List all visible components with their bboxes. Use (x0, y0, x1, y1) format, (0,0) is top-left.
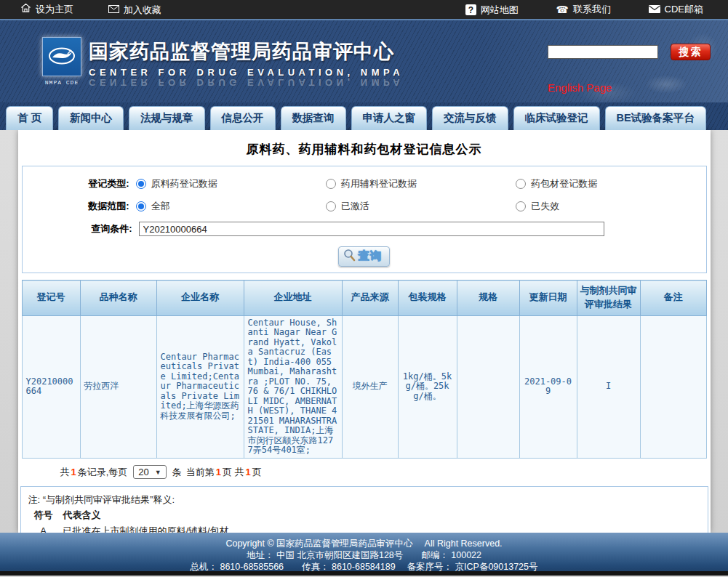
total-pages-number: 1 (246, 467, 251, 477)
radio-option-all[interactable]: 全部 (136, 200, 326, 213)
logo-bird-icon (42, 37, 81, 76)
footer-address: 地址： 中国 北京市朝阳区建国路128号 邮编： 100022 (0, 549, 728, 561)
nav-tab-feedback[interactable]: 交流与反馈 (432, 106, 508, 130)
cell-reg-number: Y20210000664 (22, 315, 80, 458)
nav-tab-info-disclosure[interactable]: 信息公开 (210, 106, 276, 130)
col-header-spec: 规格 (457, 281, 519, 316)
pagination-bar: 共 1 条记录,每页 20 ▼ 条 当前第 1 页 共 1 页 (60, 464, 711, 481)
query-button-row: 查询 (23, 246, 706, 265)
page-suffix-text: 页 (252, 466, 262, 479)
table-header-row: 登记号 品种名称 企业名称 企业地址 产品来源 包装规格 规格 更新日期 与制剂… (22, 281, 706, 316)
magnifier-icon (343, 249, 356, 264)
nmpa-cde-logo: NMPA CDE (41, 37, 83, 86)
envelope-outline-icon (108, 4, 119, 15)
query-condition-row: 查询条件: (23, 221, 706, 237)
cell-remarks (640, 315, 706, 458)
site-map-label: 网站地图 (481, 4, 519, 17)
top-utility-bar: 设为主页 加入收藏 ? 网站地图 ☎ 联系我们 CDE邮 (0, 0, 728, 20)
col-header-remarks: 备注 (640, 281, 706, 316)
current-page-prefix: 当前第 (186, 466, 215, 479)
radio-label: 药包材登记数据 (531, 177, 597, 190)
add-favorite-link[interactable]: 加入收藏 (108, 4, 161, 17)
site-title-english: CENTER FOR DRUG EVALUATION, NMPA (89, 67, 404, 78)
site-title-english-reflection: CENTER FOR DRUG EVALUATION, NMPA (89, 77, 404, 88)
legend-notes-box: 注: “与制剂共同审评审批结果”释义: 符号 代表含义 A 已批准在上市制剂使用… (20, 486, 708, 533)
query-button[interactable]: 查询 (338, 246, 390, 267)
col-header-product-source: 产品来源 (342, 281, 398, 316)
cell-update-date: 2021-09-09 (519, 315, 577, 458)
radio-label: 已激活 (341, 200, 369, 213)
page-size-value: 20 (138, 467, 148, 477)
col-header-company-address: 企业地址 (244, 281, 342, 316)
query-button-label: 查询 (359, 249, 382, 263)
page-size-select[interactable]: 20 ▼ (133, 465, 166, 479)
nav-tab-home[interactable]: 首 页 (6, 106, 53, 130)
footer-bottom-bar (0, 571, 728, 576)
topbar-right: ? 网站地图 ☎ 联系我们 CDE邮箱 (431, 3, 703, 17)
content-panel: 原料药、药用辅料和药包材登记信息公示 登记类型: 原料药登记数据 药用辅料登记数… (18, 130, 711, 533)
site-footer: Copyright © 国家药品监督管理局药品审评中心 All Right Re… (0, 533, 728, 576)
nav-tab-be-trial-platform[interactable]: BE试验备案平台 (605, 106, 706, 130)
cell-packaging-spec: 1kg/桶。5kg/桶。25kg/桶。 (398, 315, 457, 458)
cde-mail-link[interactable]: CDE邮箱 (649, 3, 703, 16)
topbar-left: 设为主页 加入收藏 (20, 3, 193, 17)
results-table: 登记号 品种名称 企业名称 企业地址 产品来源 包装规格 规格 更新日期 与制剂… (22, 280, 707, 459)
record-count: 1 (71, 467, 76, 477)
main-nav: 首 页 新闻中心 法规与规章 信息公开 数据查询 申请人之窗 交流与反馈 临床试… (0, 102, 728, 130)
col-header-joint-review-result: 与制剂共同审 评审批结果 (577, 281, 640, 316)
query-condition-input[interactable] (139, 222, 604, 236)
contact-us-link[interactable]: ☎ 联系我们 (556, 3, 610, 16)
cell-spec (457, 315, 519, 458)
radio-icon[interactable] (326, 179, 336, 189)
registration-type-row: 登记类型: 原料药登记数据 药用辅料登记数据 药包材登记数据 (23, 176, 706, 192)
question-mark-icon: ? (465, 4, 476, 15)
data-scope-label: 数据范围: (23, 200, 136, 213)
site-search-button[interactable]: 搜索 (671, 44, 711, 60)
radio-label: 全部 (151, 200, 170, 213)
set-home-link[interactable]: 设为主页 (20, 3, 73, 16)
english-page-link[interactable]: English Page (548, 81, 612, 94)
nav-tab-applicant-window[interactable]: 申请人之窗 (351, 106, 428, 130)
site-header: NMPA CDE 国家药品监督管理局药品审评中心 CENTER FOR DRUG… (0, 20, 728, 102)
nav-tab-regulations[interactable]: 法规与规章 (129, 106, 205, 130)
page-size-unit: 条 (172, 466, 182, 479)
radio-option-activated[interactable]: 已激活 (326, 200, 516, 213)
current-page-number: 1 (216, 467, 221, 477)
data-scope-row: 数据范围: 全部 已激活 已失效 (23, 198, 706, 214)
col-header-variety-name: 品种名称 (80, 281, 156, 316)
radio-checked-icon[interactable] (136, 179, 146, 189)
nav-tab-data-query[interactable]: 数据查询 (281, 106, 346, 130)
record-count-suffix: 条记录,每页 (78, 466, 128, 479)
chevron-down-icon: ▼ (155, 469, 161, 476)
main-area: 原料药、药用辅料和药包材登记信息公示 登记类型: 原料药登记数据 药用辅料登记数… (0, 130, 728, 533)
set-home-label: 设为主页 (36, 3, 73, 16)
legend-symbol-header: 符号 (28, 507, 59, 523)
site-titles: 国家药品监督管理局药品审评中心 CENTER FOR DRUG EVALUATI… (89, 39, 404, 88)
radio-label: 原料药登记数据 (151, 177, 217, 190)
registration-type-label: 登记类型: (23, 177, 136, 190)
legend-header-row: 符号 代表含义 (28, 507, 700, 523)
radio-option-packaging-data[interactable]: 药包材登记数据 (516, 177, 705, 190)
page-title: 原料药、药用辅料和药包材登记信息公示 (18, 141, 711, 158)
radio-icon[interactable] (516, 179, 526, 189)
site-search-input[interactable] (548, 45, 658, 59)
nav-tab-news[interactable]: 新闻中心 (58, 106, 124, 130)
radio-icon[interactable] (326, 201, 336, 211)
radio-option-expired[interactable]: 已失效 (516, 200, 705, 213)
radio-checked-icon[interactable] (136, 201, 146, 211)
cell-joint-review-result: I (577, 315, 640, 458)
query-form: 登记类型: 原料药登记数据 药用辅料登记数据 药包材登记数据 (22, 166, 707, 273)
col-header-company-name: 企业名称 (156, 281, 244, 316)
radio-option-excipient-data[interactable]: 药用辅料登记数据 (326, 177, 516, 190)
home-icon (20, 3, 31, 15)
nav-tab-clinical-trial-registry[interactable]: 临床试验登记 (513, 106, 600, 130)
cell-company-name: Centaur Pharmaceuticals Private Limited;… (156, 315, 244, 458)
radio-label: 药用辅料登记数据 (341, 177, 417, 190)
page-mid-text: 页 共 (223, 466, 244, 479)
radio-option-api-data[interactable]: 原料药登记数据 (136, 177, 326, 190)
cde-mail-label: CDE邮箱 (665, 3, 703, 16)
col-header-packaging-spec: 包装规格 (398, 281, 457, 316)
site-map-link[interactable]: ? 网站地图 (465, 4, 519, 17)
radio-icon[interactable] (516, 201, 526, 211)
legend-meaning-header: 代表含义 (59, 507, 101, 523)
